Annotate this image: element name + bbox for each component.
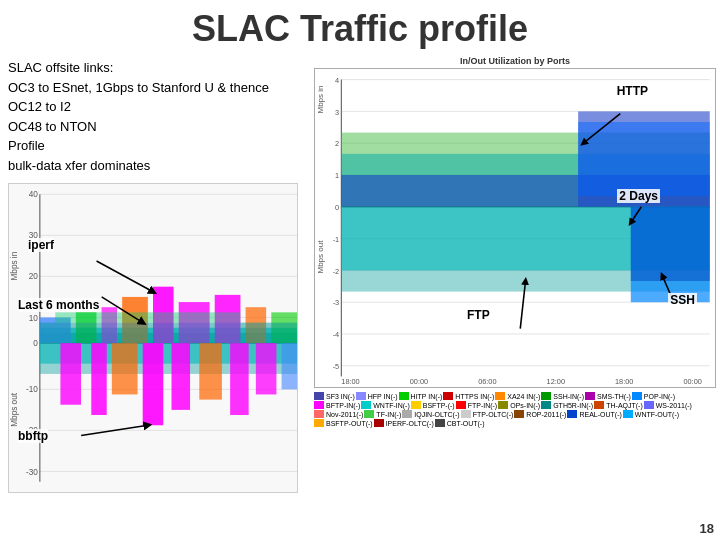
svg-text:-3: -3 <box>333 298 340 307</box>
svg-text:4: 4 <box>335 76 339 85</box>
svg-text:00:00: 00:00 <box>410 377 428 386</box>
bulk-data-text: bulk-data xfer dominates <box>8 156 302 176</box>
svg-text:0: 0 <box>335 203 339 212</box>
legend-area: SF3 IN(-) HFP IN(-) HITP IN(-) HTTPS IN(… <box>314 392 716 427</box>
legend-item-httpin: HITP IN(-) <box>399 392 443 400</box>
svg-text:2: 2 <box>335 139 339 148</box>
svg-rect-35 <box>143 343 164 425</box>
svg-text:10: 10 <box>29 314 39 323</box>
svg-rect-40 <box>282 343 297 389</box>
svg-text:40: 40 <box>29 190 39 199</box>
svg-rect-75 <box>631 207 710 281</box>
legend-item-cbtout: CBT-OUT(-) <box>435 419 485 427</box>
right-chart: 4 3 2 1 0 -1 -2 -3 -4 -5 <box>314 68 716 388</box>
svg-text:-1: -1 <box>333 235 340 244</box>
iperf-annotation: iperf <box>28 238 54 252</box>
svg-rect-34 <box>112 343 138 394</box>
legend-item-opsin: OPs-IN(-) <box>498 401 540 409</box>
svg-text:-2: -2 <box>333 267 340 276</box>
svg-text:18:00: 18:00 <box>341 377 359 386</box>
svg-rect-29 <box>55 312 240 322</box>
svg-text:-10: -10 <box>26 385 38 394</box>
legend-item-ws2011: WS-2011(-) <box>644 401 692 409</box>
right-panel: In/Out Utilization by Ports 4 3 <box>310 54 720 540</box>
legend-item-ftpin: FTP-IN(-) <box>456 401 498 409</box>
svg-text:Mbps out: Mbps out <box>10 392 19 426</box>
legend-item-popin: POP-IN(-) <box>632 392 675 400</box>
svg-rect-33 <box>91 343 106 415</box>
svg-text:3: 3 <box>335 108 339 117</box>
legend-item-tfin: TF-IN(-) <box>364 410 401 418</box>
svg-rect-32 <box>60 343 81 405</box>
twodays-annotation: 2 Days <box>617 189 660 203</box>
svg-text:Mbps in: Mbps in <box>10 251 19 280</box>
legend-item-xa24in: XA24 IN(-) <box>495 392 540 400</box>
ssh-annotation: SSH <box>668 293 697 307</box>
svg-text:20: 20 <box>29 272 39 281</box>
legend-item-smsth: SMS-TH(-) <box>585 392 631 400</box>
svg-text:12:00: 12:00 <box>547 377 565 386</box>
page-number: 18 <box>700 521 714 536</box>
svg-rect-39 <box>256 343 277 394</box>
http-annotation: HTTP <box>615 84 650 98</box>
svg-text:-30: -30 <box>26 468 38 477</box>
offsite-links-label: SLAC offsite links: <box>8 58 302 78</box>
legend-item-hfpin: HFP IN(-) <box>356 392 398 400</box>
left-chart: 40 30 20 10 0 -10 -20 -30 <box>8 183 298 493</box>
legend-item-bsftp: BSFTP-(-) <box>411 401 455 409</box>
right-chart-title: In/Out Utilization by Ports <box>314 56 716 66</box>
svg-text:18:00: 18:00 <box>615 377 633 386</box>
svg-text:06:00: 06:00 <box>478 377 496 386</box>
svg-rect-36 <box>172 343 191 410</box>
page-title: SLAC Traffic profile <box>0 0 720 54</box>
mbps-out-label: Mbps out <box>316 241 325 274</box>
profile-label: Profile <box>8 136 302 156</box>
legend-item-bftpin: BFTP-IN(-) <box>314 401 360 409</box>
last6months-annotation: Last 6 months <box>18 298 99 312</box>
legend-item-ftpoltc: FTP-OLTC(-) <box>461 410 514 418</box>
legend-item-iperfoltc: IPERF-OLTC(-) <box>374 419 434 427</box>
svg-text:1: 1 <box>335 171 339 180</box>
legend-item-wntfin: WNTF-IN(-) <box>361 401 410 409</box>
svg-text:-5: -5 <box>333 362 340 371</box>
svg-rect-28 <box>40 323 297 344</box>
legend-item-sf3in: SF3 IN(-) <box>314 392 355 400</box>
legend-item-thaqjt: TH-AQJT(-) <box>594 401 643 409</box>
legend-item-rop2011: ROP-2011(-) <box>514 410 566 418</box>
legend-item-iqjin: IQJIN-OLTC(-) <box>402 410 459 418</box>
svg-text:0: 0 <box>33 339 38 348</box>
legend-item-nov2011: Nov-2011(-) <box>314 410 363 418</box>
legend-item-realout: REAL-OUT(-) <box>567 410 621 418</box>
svg-rect-37 <box>199 343 222 399</box>
legend-item-sshin: SSH-IN(-) <box>541 392 584 400</box>
bbftp-annotation: bbftp <box>18 429 48 443</box>
legend-item-bsftpout: BSFTP-OUT(-) <box>314 419 373 427</box>
ftp-annotation: FTP <box>465 308 492 322</box>
oc48-text: OC48 to NTON <box>8 117 302 137</box>
legend-item-gth5r: GTH5R-IN(-) <box>541 401 593 409</box>
mbps-in-label: Mbps in <box>316 85 325 113</box>
svg-text:-4: -4 <box>333 330 340 339</box>
left-panel: SLAC offsite links: OC3 to ESnet, 1Gbps … <box>0 54 310 540</box>
svg-text:00:00: 00:00 <box>683 377 701 386</box>
legend-item-httpsin: HTTPS IN(-) <box>443 392 494 400</box>
svg-rect-71 <box>578 122 710 196</box>
oc3-text: OC3 to ESnet, 1Gbps to Stanford U & then… <box>8 78 302 117</box>
svg-rect-38 <box>230 343 249 415</box>
legend-item-wntfout: WNTF-OUT(-) <box>623 410 679 418</box>
